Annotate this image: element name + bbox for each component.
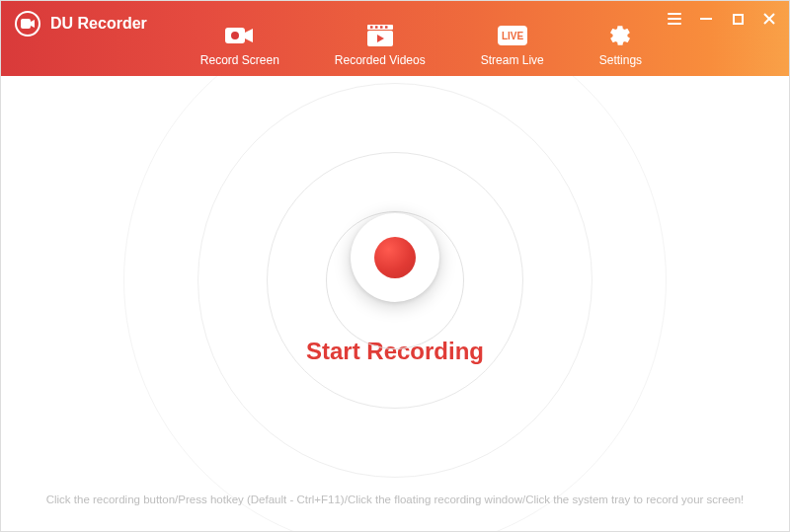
app-window: DU Recorder Record Screen <box>0 0 790 532</box>
maximize-icon <box>733 14 744 25</box>
record-dot-icon <box>374 237 416 278</box>
film-reel-icon <box>365 24 395 47</box>
svg-rect-4 <box>370 26 373 29</box>
header: DU Recorder Record Screen <box>1 1 789 76</box>
nav-recorded-videos[interactable]: Recorded Videos <box>331 24 430 67</box>
close-icon <box>763 13 775 25</box>
nav-label: Settings <box>599 53 642 67</box>
svg-rect-0 <box>21 19 31 29</box>
nav-label: Recorded Videos <box>335 53 426 67</box>
nav-settings[interactable]: Settings <box>595 24 646 67</box>
close-button[interactable] <box>761 11 777 27</box>
app-logo-icon <box>15 11 40 37</box>
minimize-icon <box>700 18 712 20</box>
svg-point-2 <box>231 32 239 39</box>
app-title: DU Recorder <box>50 15 147 33</box>
gear-icon <box>605 24 635 47</box>
logo-area: DU Recorder <box>1 1 161 46</box>
nav-label: Record Screen <box>200 53 279 67</box>
hamburger-icon <box>668 13 681 25</box>
camcorder-icon <box>225 24 255 47</box>
nav-record-screen[interactable]: Record Screen <box>197 24 283 67</box>
svg-rect-5 <box>375 26 378 29</box>
nav: Record Screen Recorded Videos <box>197 1 646 76</box>
svg-text:LIVE: LIVE <box>502 31 524 41</box>
maximize-button[interactable] <box>730 11 746 27</box>
hint-text: Click the recording button/Press hotkey … <box>1 494 789 505</box>
window-controls <box>667 11 777 27</box>
svg-rect-6 <box>380 26 383 29</box>
live-icon: LIVE <box>498 24 527 47</box>
nav-label: Stream Live <box>481 53 544 67</box>
record-button[interactable] <box>351 213 439 302</box>
minimize-button[interactable] <box>698 11 714 27</box>
svg-rect-7 <box>385 26 388 29</box>
main-content: Start Recording Click the recording butt… <box>1 76 789 531</box>
menu-button[interactable] <box>667 11 682 27</box>
nav-stream-live[interactable]: LIVE Stream Live <box>477 24 548 67</box>
